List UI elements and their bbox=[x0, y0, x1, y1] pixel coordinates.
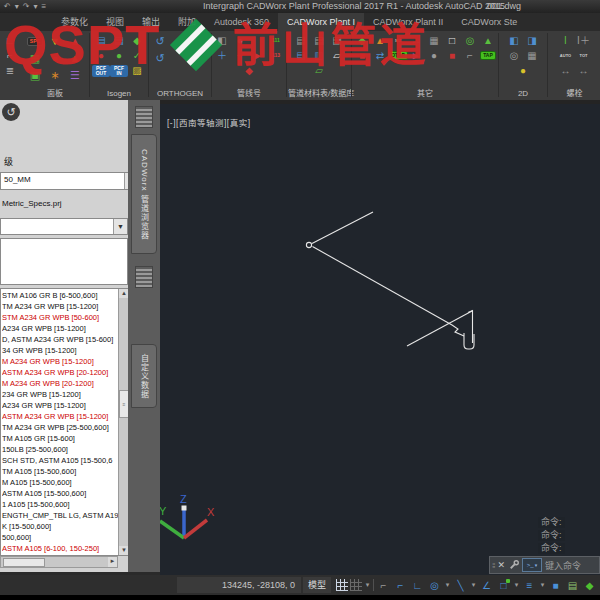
add-line-icon[interactable]: ＋ bbox=[213, 48, 231, 63]
figure-icon[interactable]: ▲ bbox=[371, 33, 389, 48]
bolt-auto-icon[interactable]: AUTO bbox=[557, 48, 575, 63]
spec-editor-icon[interactable]: SPC bbox=[25, 33, 45, 50]
go-light-icon[interactable]: ● bbox=[110, 48, 128, 63]
drag-handle-icon[interactable]: ⁞⁞ bbox=[492, 561, 494, 570]
pin-icon[interactable]: ◆ bbox=[353, 33, 371, 48]
spec-list-item[interactable]: 34 GR WPB [15-1200] bbox=[2, 345, 118, 356]
chevron-down-icon[interactable]: ▼ bbox=[113, 219, 127, 234]
size-icon[interactable]: SIZ bbox=[389, 33, 407, 48]
spec-list-item[interactable]: TM A234 GR WPB [25-500,600] bbox=[2, 422, 118, 433]
bolt-add-icon[interactable]: I＋ bbox=[575, 33, 593, 48]
tab-output[interactable]: 输出 bbox=[133, 13, 169, 31]
dynamic-input-icon[interactable]: ⌐ bbox=[376, 578, 391, 593]
edit-doc-icon[interactable]: ▱ bbox=[328, 48, 346, 63]
flag-icon[interactable]: ► bbox=[249, 48, 267, 63]
spec-list-item[interactable]: SCH STD, ASTM A105 [15-500,6 bbox=[2, 455, 118, 466]
list-icon[interactable]: ≣ bbox=[6, 65, 14, 76]
spec-list-item[interactable]: A234 GR WPB [15-1200] bbox=[2, 400, 118, 411]
spec-list-item[interactable]: STM A106 GR B [6-500,600] bbox=[2, 290, 118, 301]
spec-list-item[interactable]: 1 A105 [15-500,600] bbox=[2, 499, 118, 510]
spec-list-item[interactable]: K [15-500,600] bbox=[2, 521, 118, 532]
spec-list-item[interactable]: ENGTH_CMP_TBL LG, ASTM A193 bbox=[2, 510, 118, 521]
spec-list-item[interactable]: M A105 [15-500,600] bbox=[2, 477, 118, 488]
camera-icon[interactable]: ● bbox=[425, 48, 443, 63]
spec-list-item[interactable]: ASTM A105 [15-500,600] bbox=[2, 488, 118, 499]
tap-icon[interactable]: TAP bbox=[479, 48, 497, 63]
snap-tracking-icon[interactable]: ∠ bbox=[479, 578, 494, 593]
grid-display-icon[interactable] bbox=[336, 579, 348, 591]
pcf-in-icon[interactable]: PCF IN bbox=[110, 63, 128, 78]
line-list-icon[interactable]: 111 bbox=[267, 33, 285, 48]
pcf-out-icon[interactable]: PCF OUT bbox=[92, 63, 110, 78]
spec-list-hscrollbar[interactable]: ► bbox=[0, 556, 118, 568]
description-box[interactable] bbox=[0, 238, 128, 285]
chevron-down-icon[interactable]: ▾ bbox=[470, 578, 477, 593]
line-tag-icon[interactable]: ◧ bbox=[213, 33, 231, 48]
check-icon[interactable]: ✓ bbox=[128, 48, 146, 63]
spec-list-item[interactable]: 234 GR WPB [15-1200] bbox=[2, 389, 118, 400]
line-dot-icon[interactable]: ● bbox=[231, 33, 249, 48]
command-line-bar[interactable]: ⁞⁞ ✕ >_▾ 键入命令 bbox=[489, 556, 600, 574]
tab-autodesk360[interactable]: Autodesk 360 bbox=[205, 13, 278, 31]
qat-customize-icon[interactable]: ≡ bbox=[41, 0, 46, 13]
selection-cycling-icon[interactable]: ▤ bbox=[565, 578, 580, 593]
isogen-file-icon[interactable]: ▤ bbox=[92, 33, 110, 48]
lineweight-icon[interactable]: ≡ bbox=[522, 578, 537, 593]
sheet-icon[interactable]: □ bbox=[443, 33, 461, 48]
scroll-right-icon[interactable]: ► bbox=[108, 557, 117, 567]
orthogen-update-icon[interactable]: ↺ bbox=[150, 33, 170, 50]
tab-cadworx-plant-2[interactable]: CADWorx Plant II bbox=[364, 13, 452, 31]
lock-icon[interactable]: ● bbox=[514, 63, 532, 78]
target-icon[interactable]: ◎ bbox=[461, 33, 479, 48]
cad-logo-icon[interactable] bbox=[135, 266, 153, 288]
spec-list-item[interactable]: A234 GR WPB [15-1200] bbox=[2, 323, 118, 334]
iso-style-icon[interactable]: ▨ bbox=[128, 63, 146, 78]
wrench-icon[interactable] bbox=[508, 560, 519, 571]
db-export-icon[interactable]: ▥ bbox=[310, 48, 328, 63]
command-prompt-icon[interactable]: >_▾ bbox=[522, 558, 542, 572]
spec-list-item[interactable]: D, ASTM A234 GR WPB [15-600] bbox=[2, 334, 118, 345]
spec-list-item[interactable]: ASTM A234 GR WPB [20-1200] bbox=[2, 367, 118, 378]
hscrollbar-thumb[interactable] bbox=[3, 558, 45, 567]
line-number-icon[interactable]: 113 bbox=[267, 48, 285, 63]
bom-table-icon[interactable]: ▤ bbox=[292, 33, 310, 48]
printer-icon[interactable]: ▦ bbox=[425, 33, 443, 48]
remove-line-icon[interactable]: − bbox=[231, 48, 249, 63]
eye-icon[interactable]: ◎ bbox=[505, 48, 523, 63]
drawing-canvas[interactable]: [-][西南等轴测][真实] Z Y X 命令: 命令: 命令: bbox=[160, 104, 600, 575]
chevron-down-icon[interactable]: ▾ bbox=[539, 578, 546, 593]
chevron-down-icon[interactable]: ▾ bbox=[364, 578, 371, 593]
palette-back-icon[interactable]: ↺ bbox=[2, 103, 20, 121]
undo-dropdown-icon[interactable]: ▾ bbox=[15, 0, 19, 13]
spec-list-item[interactable]: 500,600] bbox=[2, 532, 118, 543]
bolt-total-icon[interactable]: TOT bbox=[575, 48, 593, 63]
hand-icon[interactable]: ▲ bbox=[479, 33, 497, 48]
chevron-down-icon[interactable]: ▾ bbox=[444, 578, 451, 593]
bom-table3-icon[interactable]: ▤ bbox=[328, 33, 346, 48]
bug-icon[interactable]: ∗ bbox=[45, 67, 65, 84]
tab-parametric[interactable]: 参数化 bbox=[52, 13, 97, 31]
spec-list-item[interactable]: M A234 GR WPB [15-1200] bbox=[2, 356, 118, 367]
component-table-icon[interactable]: ▦ bbox=[25, 50, 45, 67]
bolt-length-icon[interactable]: ↔ bbox=[557, 63, 575, 78]
spec-dropdown[interactable]: 50_MM ▼ bbox=[0, 172, 139, 190]
transparency-icon[interactable]: ■ bbox=[548, 578, 563, 593]
dice-minus-icon[interactable]: ■ bbox=[443, 48, 461, 63]
hatch-icon[interactable]: ▦ bbox=[523, 48, 541, 63]
bolt-icon[interactable]: I bbox=[557, 33, 575, 48]
alert-icon[interactable]: ▲ bbox=[65, 33, 85, 50]
osnap-3d-icon[interactable]: □ bbox=[496, 578, 511, 593]
purple-flag-icon[interactable]: ► bbox=[407, 48, 425, 63]
orthogen-create-icon[interactable]: ↺ bbox=[150, 50, 170, 67]
pipe-bend-icon[interactable]: ⌐ bbox=[7, 50, 13, 61]
sliders-icon[interactable]: ☰ bbox=[65, 67, 85, 84]
spec-list-item[interactable]: TM A105 [15-500,600] bbox=[2, 466, 118, 477]
spec-list-item[interactable]: TM A105 GR [15-600] bbox=[2, 433, 118, 444]
isogen-file2-icon[interactable]: ▤ bbox=[110, 33, 128, 48]
spec-list-item[interactable]: 150LB [25-500,600] bbox=[2, 444, 118, 455]
equipment-icon[interactable]: ▣ bbox=[25, 67, 45, 84]
undo-icon[interactable]: ↶ bbox=[4, 0, 11, 13]
redo-dropdown-icon[interactable]: ▾ bbox=[33, 0, 37, 13]
spec-list-item[interactable]: ASTM A105 [6-100, 150-250] bbox=[2, 543, 118, 554]
tab-custom-data[interactable]: 自定义数据 bbox=[131, 344, 157, 408]
